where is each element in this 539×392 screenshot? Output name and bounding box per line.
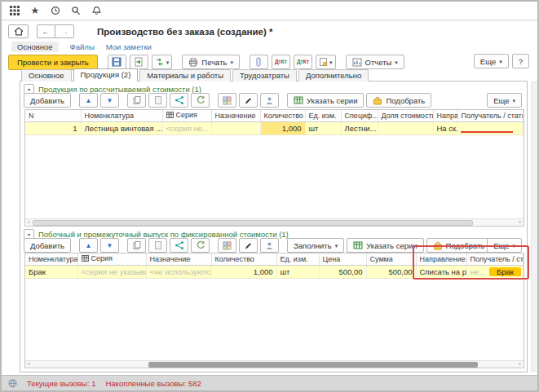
column-header[interactable]: N: [25, 110, 81, 121]
tab-additional[interactable]: Дополнительно: [298, 69, 369, 81]
row-number-cell[interactable]: 1: [25, 121, 81, 134]
move-down-button[interactable]: ▼: [100, 238, 119, 253]
purpose-cell[interactable]: [211, 121, 260, 134]
scroll-right-arrow[interactable]: ›: [516, 361, 524, 368]
more-button[interactable]: Еще▾: [474, 54, 509, 68]
favorites-star-icon[interactable]: ★: [29, 5, 41, 16]
sheet-button[interactable]: [148, 93, 167, 108]
edit-button[interactable]: [239, 93, 258, 108]
add-button[interactable]: Добавить: [24, 93, 71, 108]
column-header[interactable]: Количество: [211, 253, 276, 265]
scroll-right-arrow[interactable]: ›: [516, 219, 524, 226]
specify-series-button[interactable]: Указать серии: [347, 238, 423, 253]
column-header[interactable]: Напра...: [433, 110, 457, 121]
assignee-button[interactable]: [260, 93, 279, 108]
specify-series-button[interactable]: Указать серии: [287, 93, 364, 108]
column-header[interactable]: Специф...: [341, 110, 378, 121]
column-header[interactable]: Получатель / статья ...: [466, 253, 524, 265]
scroll-left-arrow[interactable]: ‹: [25, 361, 33, 368]
scrollbar-thumb[interactable]: [148, 362, 477, 368]
post-and-close-button[interactable]: Провести и закрыть: [8, 55, 98, 70]
column-header[interactable]: Назначение: [211, 110, 260, 121]
history-icon[interactable]: [50, 5, 61, 16]
column-header[interactable]: Серия: [77, 253, 146, 265]
table-row[interactable]: 1 Лестница винтовая ... <серия не... 1,0…: [25, 121, 524, 134]
unit-cell[interactable]: шт: [276, 265, 319, 278]
multi-edit-button[interactable]: [218, 238, 236, 253]
home-button[interactable]: [8, 24, 29, 38]
add-button[interactable]: Добавить: [24, 238, 71, 253]
receiver-cell[interactable]: [457, 121, 524, 134]
save-button[interactable]: [108, 55, 126, 69]
section1-more-button[interactable]: Еще▾: [487, 93, 522, 108]
nomenclature-cell[interactable]: Лестница винтовая ...: [81, 121, 162, 134]
series-cell[interactable]: <серии не указыва...: [77, 265, 146, 278]
nav-files-link[interactable]: Файлы: [70, 42, 95, 51]
movements-button[interactable]: ДтКт: [294, 55, 312, 69]
menu-grid-icon[interactable]: [9, 5, 20, 16]
nav-main[interactable]: Основное: [11, 42, 59, 52]
move-down-button[interactable]: ▼: [100, 93, 119, 108]
price-cell[interactable]: 500,00: [319, 265, 366, 278]
print-button[interactable]: Печать ▾: [182, 55, 240, 69]
byproducts-table-hscrollbar[interactable]: ‹ ›: [25, 360, 524, 368]
tab-products[interactable]: Продукция (2): [73, 68, 139, 81]
series-cell[interactable]: <серия не...: [162, 121, 211, 134]
column-header[interactable]: Сумма: [366, 253, 416, 265]
scrollbar-thumb[interactable]: [33, 220, 473, 226]
marking-button[interactable]: [250, 55, 268, 69]
structure-button[interactable]: [170, 238, 188, 253]
refresh-button[interactable]: [191, 93, 210, 108]
sum-cell[interactable]: 500,00: [366, 265, 416, 278]
column-header[interactable]: Получатель / статья и а...: [457, 110, 524, 121]
dt-kt-button[interactable]: ДтКт: [272, 55, 290, 69]
products-table-hscrollbar[interactable]: ‹ ›: [25, 218, 524, 226]
scroll-left-arrow[interactable]: ‹: [25, 219, 33, 226]
multi-edit-button[interactable]: [218, 93, 236, 108]
tab-main[interactable]: Основное: [21, 69, 72, 81]
copy-button[interactable]: [127, 238, 146, 253]
nomenclature-cell[interactable]: Брак: [25, 265, 77, 278]
post-document-button[interactable]: [130, 55, 148, 69]
column-header[interactable]: Ед. изм.: [305, 110, 341, 121]
sheet-button[interactable]: [148, 238, 167, 253]
vertical-scroll-area[interactable]: [531, 81, 538, 372]
column-header[interactable]: Ед. изм.: [276, 253, 319, 265]
search-icon[interactable]: [70, 5, 82, 16]
refresh-button[interactable]: [191, 238, 210, 253]
tab-labor[interactable]: Трудозатраты: [232, 69, 297, 81]
back-button[interactable]: ←: [37, 24, 55, 38]
cost-share-cell[interactable]: [378, 121, 433, 134]
column-header[interactable]: Доля стоимости: [378, 110, 433, 121]
pick-button[interactable]: Подобрать: [366, 93, 431, 108]
column-header[interactable]: Количество: [260, 110, 305, 121]
pick-button[interactable]: Подобрать: [426, 238, 492, 253]
column-header[interactable]: Номенклатура: [81, 110, 162, 121]
column-header[interactable]: Цена: [319, 253, 366, 265]
edit-button[interactable]: [239, 238, 258, 253]
table-row[interactable]: Брак <серии не указыва... <не используют…: [25, 265, 524, 278]
move-up-button[interactable]: ▲: [79, 238, 98, 253]
column-header[interactable]: Серия: [162, 110, 211, 121]
tab-materials[interactable]: Материалы и работы: [139, 69, 231, 81]
purpose-cell[interactable]: <не используются>: [146, 265, 211, 278]
create-based-on-button[interactable]: ▾: [152, 55, 173, 69]
receiver-cell[interactable]: не...Брак: [466, 265, 524, 278]
column-header[interactable]: Номенклатура: [25, 253, 77, 265]
notifications-bell-icon[interactable]: [91, 5, 102, 16]
column-header[interactable]: Направление...: [416, 253, 466, 265]
section2-more-button[interactable]: Еще▾: [487, 238, 522, 253]
structure-button[interactable]: [170, 93, 188, 108]
direction-cell[interactable]: Списать на р...: [416, 265, 466, 278]
nav-notes-link[interactable]: Мои заметки: [106, 42, 152, 51]
copy-button[interactable]: [127, 93, 146, 108]
assignee-button[interactable]: [260, 238, 279, 253]
reports-button[interactable]: Отчеты ▾: [346, 55, 404, 69]
move-up-button[interactable]: ▲: [79, 93, 98, 108]
direction-cell[interactable]: На ск...: [433, 121, 457, 134]
fill-button[interactable]: Заполнить▾: [287, 238, 344, 253]
spec-cell[interactable]: Лестни...: [341, 121, 378, 134]
unit-cell[interactable]: шт: [305, 121, 341, 134]
column-header[interactable]: Назначение: [146, 253, 211, 265]
forward-button[interactable]: →: [55, 24, 74, 38]
